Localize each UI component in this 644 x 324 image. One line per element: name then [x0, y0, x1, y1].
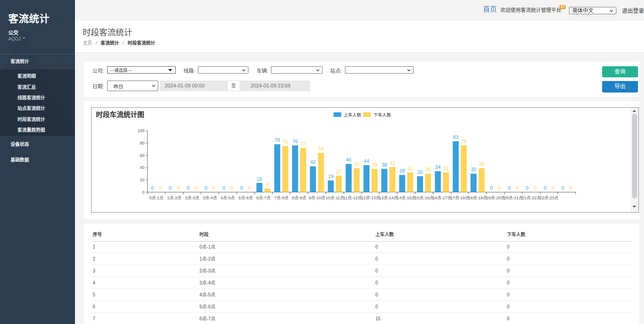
svg-text:0: 0	[248, 185, 251, 190]
svg-text:83: 83	[453, 134, 458, 140]
svg-text:2点-3点: 2点-3点	[185, 196, 199, 200]
svg-text:14点-15点: 14点-15点	[397, 196, 415, 200]
svg-text:26: 26	[417, 169, 423, 175]
svg-text:0: 0	[222, 185, 225, 190]
svg-text:17点-18点: 17点-18点	[450, 196, 469, 200]
svg-text:0: 0	[498, 185, 500, 190]
svg-text:1点-2点: 1点-2点	[167, 196, 181, 200]
svg-text:100: 100	[138, 128, 144, 133]
svg-text:30: 30	[425, 167, 431, 172]
svg-text:15点-16点: 15点-16点	[414, 196, 433, 200]
svg-text:0: 0	[534, 185, 536, 190]
svg-text:18点-19点: 18点-19点	[468, 196, 487, 200]
svg-text:0: 0	[204, 185, 207, 190]
svg-text:39: 39	[479, 161, 484, 167]
svg-text:41: 41	[390, 160, 395, 166]
svg-text:75: 75	[282, 139, 288, 145]
svg-text:0: 0	[552, 185, 554, 190]
svg-text:6点-7点: 6点-7点	[256, 196, 270, 200]
svg-text:20: 20	[140, 178, 144, 182]
svg-text:6: 6	[266, 181, 269, 187]
svg-text:0: 0	[151, 185, 154, 190]
svg-text:12点-13点: 12点-13点	[361, 196, 380, 200]
svg-text:34: 34	[435, 164, 441, 170]
svg-text:0点-1点: 0点-1点	[149, 196, 163, 200]
svg-text:32: 32	[408, 166, 413, 171]
svg-text:8点-9点: 8点-9点	[292, 196, 306, 200]
svg-text:30: 30	[471, 167, 476, 172]
svg-text:19点-20点: 19点-20点	[486, 196, 505, 200]
svg-text:32: 32	[443, 166, 448, 171]
svg-text:7点-8点: 7点-8点	[274, 196, 288, 200]
svg-text:3点-4点: 3点-4点	[202, 196, 217, 200]
svg-text:0: 0	[240, 185, 243, 190]
svg-text:0: 0	[569, 185, 572, 190]
svg-text:46: 46	[346, 157, 351, 162]
svg-text:72: 72	[300, 141, 306, 146]
svg-text:38: 38	[372, 162, 377, 168]
svg-text:0: 0	[516, 185, 518, 190]
svg-text:9点-10点: 9点-10点	[309, 196, 325, 200]
svg-text:19: 19	[328, 174, 334, 179]
svg-text:28: 28	[399, 168, 405, 174]
svg-text:76: 76	[461, 139, 466, 144]
svg-text:0: 0	[213, 185, 215, 190]
svg-text:27: 27	[336, 168, 341, 174]
svg-text:39: 39	[354, 161, 359, 167]
svg-text:0: 0	[186, 185, 189, 190]
svg-text:0: 0	[508, 185, 511, 190]
svg-text:21点-22点: 21点-22点	[522, 196, 540, 200]
svg-text:20点-21点: 20点-21点	[504, 196, 523, 200]
svg-text:22点-23点: 22点-23点	[540, 196, 558, 200]
svg-text:0: 0	[169, 185, 172, 190]
svg-text:78: 78	[274, 137, 280, 143]
svg-text:44: 44	[363, 158, 369, 164]
svg-text:0: 0	[490, 185, 493, 190]
svg-text:11点-12点: 11点-12点	[343, 196, 362, 200]
svg-text:0: 0	[230, 185, 233, 190]
svg-text:0: 0	[561, 185, 564, 190]
svg-text:0: 0	[142, 190, 144, 195]
svg-text:38: 38	[381, 162, 387, 168]
svg-text:15: 15	[257, 176, 262, 181]
svg-text:76: 76	[292, 139, 298, 144]
svg-text:16点-17点: 16点-17点	[432, 196, 451, 200]
svg-text:10点-11点: 10点-11点	[325, 196, 344, 200]
svg-text:0: 0	[543, 185, 546, 190]
svg-text:42: 42	[310, 159, 316, 165]
svg-text:0: 0	[526, 185, 529, 190]
svg-text:80: 80	[140, 141, 144, 145]
svg-text:40: 40	[140, 165, 144, 170]
svg-text:64: 64	[318, 146, 324, 151]
svg-text:0: 0	[195, 185, 197, 190]
svg-text:0: 0	[159, 185, 161, 190]
svg-text:13点-14点: 13点-14点	[379, 196, 397, 200]
svg-text:4点-5点: 4点-5点	[220, 196, 235, 200]
svg-text:5点-6点: 5点-6点	[238, 196, 253, 200]
svg-text:0: 0	[177, 185, 179, 190]
svg-text:60: 60	[140, 153, 144, 158]
